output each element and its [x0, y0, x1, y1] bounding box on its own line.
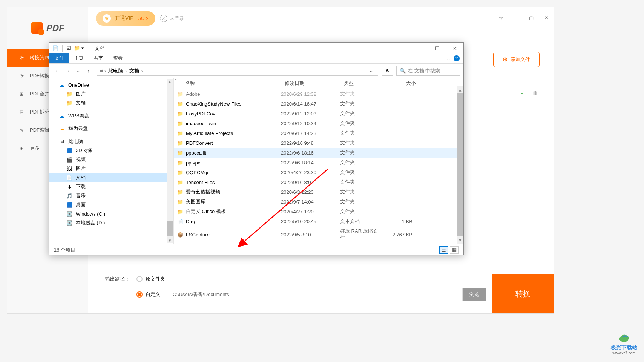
breadcrumb-dropdown-icon[interactable]: ⌄	[366, 68, 376, 74]
tree-item-1[interactable]: 📁图片	[49, 89, 173, 98]
close-icon[interactable]: ✕	[543, 14, 550, 21]
dialog-titlebar[interactable]: 📄 ☑ 📁 ▾ 文档 — ☐ ✕	[49, 43, 463, 54]
tree-item-10[interactable]: 🎬视频	[49, 155, 173, 164]
tab-view[interactable]: 查看	[108, 53, 128, 63]
nav-up-button[interactable]: ↑	[84, 66, 93, 75]
sidebar-label: PDF拆分	[30, 109, 49, 115]
dialog-maximize-button[interactable]: ☐	[429, 43, 446, 54]
tree-item-8[interactable]: 🖥此电脑	[49, 137, 173, 146]
tree-item-13[interactable]: ⬇下载	[49, 182, 173, 191]
breadcrumb-documents[interactable]: 文档	[128, 67, 141, 74]
breadcrumb[interactable]: 🖥 › 此电脑 › 文档 › ⌄	[97, 66, 378, 76]
nav-recent-dropdown[interactable]: ⌄	[74, 66, 83, 75]
output-path-input[interactable]: C:\Users\香香\Documents	[168, 288, 463, 301]
item-count: 18 个项目	[54, 247, 75, 253]
search-input[interactable]: 🔍 在 文档 中搜索	[396, 66, 460, 76]
crown-icon: ♛	[103, 14, 111, 23]
tree-item-2[interactable]: 📁文档	[49, 98, 173, 107]
tree-item-6[interactable]: ☁华为云盘	[49, 124, 173, 133]
file-row-13[interactable]: 📄Dfrg2022/5/10 20:45文本文档1 KB	[174, 216, 463, 226]
file-size	[385, 93, 416, 95]
tab-share[interactable]: 共享	[89, 53, 108, 63]
column-date[interactable]: 修改日期	[282, 78, 341, 89]
folder-icon: 📁	[177, 179, 184, 186]
nav-tree[interactable]: ☁OneDrive📁图片📁文档☁WPS网盘☁华为云盘🖥此电脑🟦3D 对象🎬视频🖼…	[49, 78, 174, 244]
tree-scrollbar[interactable]: ▴ ▾	[167, 79, 173, 243]
check-icon[interactable]: ✓	[521, 90, 525, 96]
radio-checked-icon	[136, 291, 143, 298]
tree-label: Windows (C:)	[76, 211, 105, 217]
file-list-body[interactable]: 📁Adobe2020/6/29 12:32文件夹📁ChaoXingStudyNe…	[174, 89, 463, 245]
file-row-4[interactable]: 📁My Articulate Projects2020/6/17 14:23文件…	[174, 128, 463, 138]
view-details-button[interactable]: ☰	[439, 246, 448, 254]
tree-scroll-thumb[interactable]	[167, 221, 173, 236]
tab-home[interactable]: 主页	[69, 53, 89, 63]
tree-label: 音乐	[76, 192, 86, 199]
folder-icon: 📁	[66, 90, 73, 97]
file-row-6[interactable]: 📁pppccallit2022/9/6 18:16文件夹	[174, 148, 463, 158]
file-row-2[interactable]: 📁EasyPDFCov2022/9/12 12:03文件夹	[174, 109, 463, 118]
3d-icon: 🟦	[66, 147, 73, 154]
add-file-button[interactable]: ⊕ 添加文件	[493, 52, 540, 67]
tree-item-17[interactable]: 💽本地磁盘 (D:)	[49, 218, 173, 227]
file-row-8[interactable]: 📁QQPCMgr2020/4/26 23:30文件夹	[174, 167, 463, 177]
nav-back-button[interactable]: ←	[52, 66, 61, 75]
file-row-0[interactable]: 📁Adobe2020/6/29 12:32文件夹	[174, 89, 463, 99]
tree-item-9[interactable]: 🟦3D 对象	[49, 146, 173, 155]
file-row-12[interactable]: 📁自定义 Office 模板2020/4/27 1:20文件夹	[174, 207, 463, 216]
tree-item-14[interactable]: 🎵音乐	[49, 191, 173, 200]
tree-item-12[interactable]: 📄文档	[49, 173, 173, 182]
tree-item-15[interactable]: 🟦桌面	[49, 200, 173, 209]
file-row-7[interactable]: 📁pptvpc2022/9/6 18:14文件夹	[174, 158, 463, 167]
nav-forward-button[interactable]: →	[63, 66, 72, 75]
ribbon-help: ⌄ ?	[446, 55, 460, 61]
help-icon[interactable]: ?	[454, 55, 460, 61]
tree-item-16[interactable]: 💽Windows (C:)	[49, 209, 173, 218]
folder-icon: 📁	[177, 198, 184, 205]
trash-icon[interactable]: 🗑	[532, 90, 537, 96]
maximize-icon[interactable]: ▢	[527, 14, 535, 21]
radio-custom-folder[interactable]: 自定义	[136, 291, 160, 298]
tree-item-0[interactable]: ☁OneDrive	[49, 80, 173, 89]
file-name: pppccallit	[186, 150, 206, 156]
tree-item-4[interactable]: ☁WPS网盘	[49, 111, 173, 120]
file-row-5[interactable]: 📁PDFConvert2022/9/16 9:48文件夹	[174, 138, 463, 148]
browse-button[interactable]: 浏览	[463, 288, 486, 301]
dialog-minimize-button[interactable]: —	[411, 43, 429, 54]
file-row-3[interactable]: 📁imageocr_win2022/9/12 10:34文件夹	[174, 118, 463, 128]
login-area[interactable]: 未登录	[160, 15, 184, 22]
sidebar-label: PDF编辑	[30, 127, 49, 133]
tab-file[interactable]: 文件	[49, 53, 69, 63]
vip-button[interactable]: ♛ 开通VIP GO >	[96, 11, 155, 26]
file-row-11[interactable]: 📁美图图库2022/9/7 14:04文件夹	[174, 197, 463, 207]
cloud-blue-icon: ☁	[58, 81, 65, 88]
tree-label: 图片	[76, 90, 86, 97]
breadcrumb-pc[interactable]: 此电脑	[107, 67, 124, 74]
refresh-button[interactable]: ↻	[382, 66, 393, 76]
dialog-close-button[interactable]: ✕	[446, 43, 463, 54]
column-name[interactable]: 名称	[178, 78, 282, 89]
file-row-15[interactable]: 📄Kingsoft Virtual Printer Port2022/9/15 …	[174, 243, 463, 245]
file-row-14[interactable]: 📦FSCapture2022/9/5 8:10好压 RAR 压缩文件2,767 …	[174, 226, 463, 243]
list-scroll-thumb[interactable]	[457, 93, 463, 236]
file-date: 2022/5/10 20:45	[278, 218, 337, 225]
file-size	[385, 132, 416, 134]
file-name: pptvpc	[186, 160, 200, 166]
minimize-icon[interactable]: —	[512, 14, 520, 21]
list-scrollbar[interactable]: ▴ ▾	[457, 86, 463, 244]
file-row-10[interactable]: 📁爱奇艺热播视频2020/6/3 22:23文件夹	[174, 187, 463, 197]
radio-orig-folder[interactable]: 原文件夹	[136, 276, 165, 282]
ribbon-chevron-icon[interactable]: ⌄	[446, 56, 451, 61]
file-row-9[interactable]: 📁Tencent Files2022/9/16 8:07文件夹	[174, 177, 463, 187]
radio-orig-label: 原文件夹	[146, 276, 165, 282]
view-icons-button[interactable]: ▦	[450, 246, 459, 254]
tree-item-11[interactable]: 🖼图片	[49, 164, 173, 173]
column-size[interactable]: 大小	[389, 78, 419, 89]
column-type[interactable]: 类型	[341, 78, 389, 89]
file-row-1[interactable]: 📁ChaoXingStudyNew Files2020/6/14 16:47文件…	[174, 99, 463, 109]
folder-icon: 📁	[177, 159, 184, 166]
qat-dropdown-icon[interactable]: ▾	[81, 45, 87, 51]
star-icon[interactable]: ☆	[497, 14, 505, 21]
properties-icon[interactable]: ☑	[66, 45, 72, 51]
convert-button[interactable]: 转换	[492, 274, 554, 313]
